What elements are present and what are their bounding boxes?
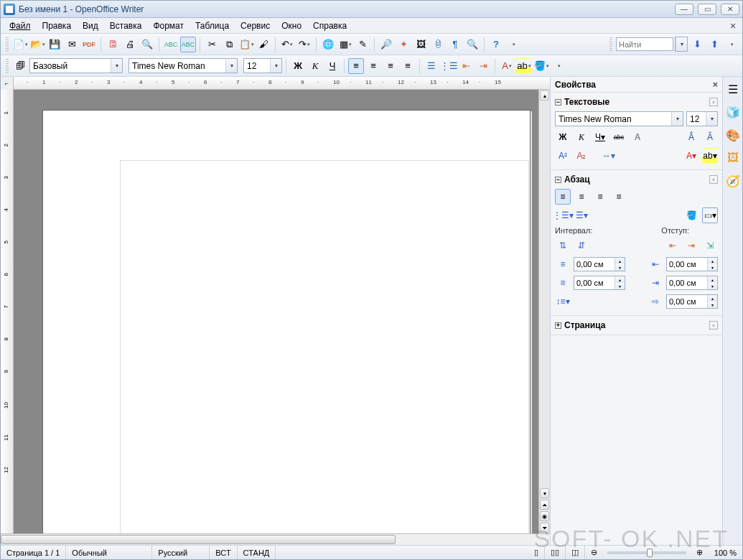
view-layout-book[interactable]: ◫ xyxy=(566,546,585,559)
page[interactable] xyxy=(42,110,531,533)
sb-hanging-button[interactable]: ⇲ xyxy=(702,238,718,253)
sidebar-close-icon[interactable]: × xyxy=(712,79,718,90)
align-center-button[interactable]: ≡ xyxy=(365,58,381,74)
find-grip[interactable] xyxy=(609,37,612,52)
scroll-down-button[interactable]: ▾ xyxy=(540,488,549,498)
paste-button[interactable]: 📋▾ xyxy=(238,37,254,52)
find-next-button[interactable]: ⬇ xyxy=(689,37,705,52)
vertical-ruler[interactable]: 123456789101112 xyxy=(1,90,14,533)
styles-tab-icon[interactable]: 🎨 xyxy=(725,127,741,143)
section-para-more-icon[interactable]: ▫ xyxy=(709,175,718,184)
section-text-more-icon[interactable]: ▫ xyxy=(709,98,718,106)
gallery-tab-icon[interactable]: 🖼 xyxy=(725,150,741,166)
find-input[interactable] xyxy=(616,37,673,51)
scroll-up-button[interactable]: ▴ xyxy=(540,90,549,101)
sb-spacing-button[interactable]: ↔▾ xyxy=(601,148,617,164)
view-layout-single[interactable]: ▯ xyxy=(528,546,545,559)
styles-button[interactable]: 🗐 xyxy=(12,58,28,74)
menu-file[interactable]: Файл xyxy=(5,19,35,32)
menu-insert[interactable]: Вставка xyxy=(106,19,146,32)
menu-edit[interactable]: Правка xyxy=(38,19,76,32)
bullet-list-button[interactable]: ⋮☰ xyxy=(441,58,457,74)
table-button[interactable]: ▦▾ xyxy=(337,37,353,52)
numbered-list-button[interactable]: ☰ xyxy=(424,58,439,74)
horizontal-scrollbar[interactable] xyxy=(1,533,550,545)
find-button[interactable]: 🔎 xyxy=(378,37,394,52)
new-doc-button[interactable]: 📄▾ xyxy=(12,37,28,52)
sb-sub-button[interactable]: A₂ xyxy=(574,148,589,164)
menu-window[interactable]: Окно xyxy=(277,19,306,32)
sb-align-justify-button[interactable]: ≡ xyxy=(611,189,627,205)
status-page[interactable]: Страница 1 / 1 xyxy=(1,546,66,559)
minimize-button[interactable]: — xyxy=(675,4,693,15)
toolbar-grip[interactable] xyxy=(6,37,9,52)
email-button[interactable]: ✉ xyxy=(64,37,80,52)
find-prev-button[interactable]: ⬆ xyxy=(706,37,722,52)
nav-ball-button[interactable]: ◉ xyxy=(540,511,549,521)
panel-menu-icon[interactable]: ☰ xyxy=(725,81,741,97)
menu-help[interactable]: Справка xyxy=(309,19,351,32)
sb-space-below-input[interactable]: 0,00 см▴▾ xyxy=(574,276,625,290)
sb-fontcolor-button[interactable]: A▾ xyxy=(683,148,699,164)
gallery-button[interactable]: 🖼 xyxy=(413,37,429,52)
highlight-button[interactable]: ab▾ xyxy=(516,58,532,74)
format-grip[interactable] xyxy=(6,59,9,73)
text-area[interactable] xyxy=(120,160,529,533)
export-pdf-button[interactable]: 🖺 xyxy=(105,37,121,52)
nonprinting-button[interactable]: ¶ xyxy=(447,37,463,52)
print-button[interactable]: 🖨 xyxy=(122,37,138,52)
page-viewport[interactable] xyxy=(14,90,538,533)
sb-indent-dec-button[interactable]: ⇤ xyxy=(665,238,681,253)
increase-indent-button[interactable]: ⇥ xyxy=(475,58,491,74)
menu-tools[interactable]: Сервис xyxy=(236,19,274,32)
autospell-button[interactable]: ABC xyxy=(180,37,196,52)
italic-button[interactable]: К xyxy=(307,58,323,74)
help-button[interactable]: ? xyxy=(488,37,504,52)
close-button[interactable]: ✕ xyxy=(721,4,739,15)
menubar-close-icon[interactable]: × xyxy=(728,21,738,31)
format-paint-button[interactable]: 🖌 xyxy=(256,37,271,52)
section-page-more-icon[interactable]: ▫ xyxy=(709,321,718,330)
align-left-button[interactable]: ≡ xyxy=(348,58,364,74)
underline-button[interactable]: Ч xyxy=(324,58,340,74)
paragraph-style-combo[interactable]: Базовый▾ xyxy=(29,58,123,73)
copy-button[interactable]: ⧉ xyxy=(221,37,237,52)
vertical-scrollbar[interactable]: ▴ ▾ ⏶ ◉ ⏷ xyxy=(538,90,550,533)
sb-align-center-button[interactable]: ≡ xyxy=(574,189,589,205)
status-insert[interactable]: ВСТ xyxy=(210,546,237,559)
sb-align-left-button[interactable]: ≡ xyxy=(555,189,571,205)
section-text-header[interactable]: −Текстовые ▫ xyxy=(555,95,718,108)
sb-highlight-button[interactable]: ab▾ xyxy=(702,148,718,164)
menu-view[interactable]: Вид xyxy=(78,19,103,32)
status-std[interactable]: СТАНД xyxy=(238,546,276,559)
sb-para-bg-button[interactable]: ▭▾ xyxy=(702,207,718,223)
font-size-combo[interactable]: 12▾ xyxy=(243,58,282,73)
status-lang[interactable]: Русский xyxy=(152,546,210,559)
view-layout-multi[interactable]: ▯▯ xyxy=(545,546,566,559)
draw-button[interactable]: ✎ xyxy=(355,37,370,52)
hscroll-thumb[interactable] xyxy=(1,535,396,544)
menu-format[interactable]: Формат xyxy=(149,19,188,32)
section-para-header[interactable]: −Абзац ▫ xyxy=(555,173,718,186)
zoom-in-button[interactable]: ⊕ xyxy=(691,546,709,559)
zoom-out-button[interactable]: ⊖ xyxy=(585,546,603,559)
find-overflow[interactable]: ▾ xyxy=(724,37,739,52)
maximize-button[interactable]: ▭ xyxy=(698,4,716,15)
pdf-button[interactable]: PDF xyxy=(81,37,97,52)
navigator-tab-icon[interactable]: 🧭 xyxy=(725,173,741,189)
horizontal-ruler[interactable]: ⌐ 1·2·3·4·5·6·7·8·9·10·11·12·13·14·15· xyxy=(1,77,550,90)
navigator-button[interactable]: ✦ xyxy=(396,37,411,52)
open-button[interactable]: 📂▾ xyxy=(29,37,45,52)
sb-strike-button[interactable]: abc xyxy=(611,129,627,145)
sb-numbering-button[interactable]: ☰▾ xyxy=(574,207,589,223)
prev-page-button[interactable]: ⏶ xyxy=(540,500,549,510)
section-page-header[interactable]: +Страница ▫ xyxy=(555,319,718,332)
preview-button[interactable]: 🔍 xyxy=(139,37,155,52)
sb-size-combo[interactable]: 12▾ xyxy=(686,111,718,126)
zoom-button[interactable]: 🔍 xyxy=(464,37,480,52)
sb-italic-button[interactable]: К xyxy=(574,129,589,145)
sb-space-inc-button[interactable]: ⇅ xyxy=(555,238,571,253)
zoom-slider[interactable] xyxy=(607,551,686,554)
status-style[interactable]: Обычный xyxy=(66,546,152,559)
find-dropdown[interactable]: ▾ xyxy=(676,37,687,51)
